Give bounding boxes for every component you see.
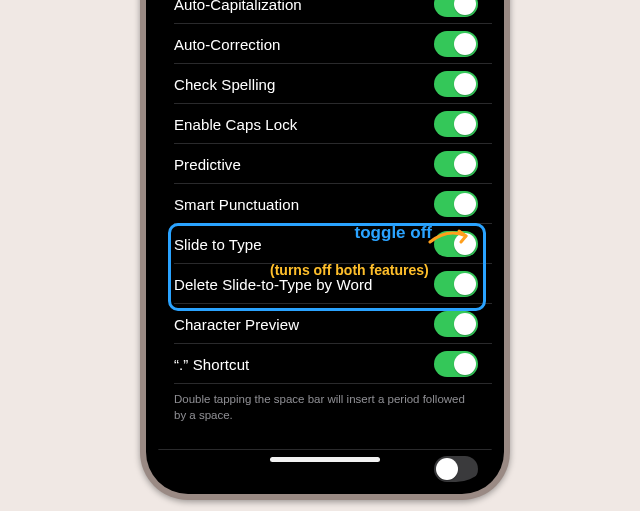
row-check-spelling: Check Spelling <box>158 64 492 104</box>
toggle-delete-slide-to-type-by-word[interactable] <box>434 271 478 297</box>
label-predictive: Predictive <box>174 156 241 173</box>
label-character-preview: Character Preview <box>174 316 299 333</box>
toggle-enable-caps-lock[interactable] <box>434 111 478 137</box>
row-period-shortcut: “.” Shortcut <box>158 344 492 384</box>
annotation-title: toggle off <box>355 223 432 243</box>
label-smart-punctuation: Smart Punctuation <box>174 196 299 213</box>
row-slide-to-type: Slide to Type <box>158 224 492 264</box>
label-enable-caps-lock: Enable Caps Lock <box>174 116 297 133</box>
toggle-predictive[interactable] <box>434 151 478 177</box>
toggle-period-shortcut[interactable] <box>434 351 478 377</box>
toggle-smart-punctuation[interactable] <box>434 191 478 217</box>
row-auto-capitalization: Auto-Capitalization <box>158 0 492 24</box>
toggle-check-spelling[interactable] <box>434 71 478 97</box>
row-enable-caps-lock: Enable Caps Lock <box>158 104 492 144</box>
label-auto-capitalization: Auto-Capitalization <box>174 0 302 13</box>
row-predictive: Predictive <box>158 144 492 184</box>
row-auto-correction: Auto-Correction <box>158 24 492 64</box>
label-slide-to-type: Slide to Type <box>174 236 262 253</box>
label-period-shortcut: “.” Shortcut <box>174 356 249 373</box>
label-delete-slide-to-type-by-word: Delete Slide-to-Type by Word <box>174 276 372 293</box>
keyboard-settings-list: Auto-Capitalization Auto-Correction Chec… <box>158 0 492 482</box>
toggle-partial[interactable] <box>434 456 478 482</box>
toggle-auto-correction[interactable] <box>434 31 478 57</box>
home-indicator[interactable] <box>270 457 380 462</box>
label-check-spelling: Check Spelling <box>174 76 275 93</box>
row-partial <box>158 449 492 482</box>
screen: Auto-Capitalization Auto-Correction Chec… <box>158 0 492 482</box>
label-auto-correction: Auto-Correction <box>174 36 281 53</box>
iphone-frame: Auto-Capitalization Auto-Correction Chec… <box>140 0 510 500</box>
row-character-preview: Character Preview <box>158 304 492 344</box>
toggle-slide-to-type[interactable] <box>434 231 478 257</box>
row-smart-punctuation: Smart Punctuation <box>158 184 492 224</box>
section-footer: Double tapping the space bar will insert… <box>158 384 492 443</box>
toggle-character-preview[interactable] <box>434 311 478 337</box>
annotation-subtitle: (turns off both features) <box>270 262 429 278</box>
toggle-auto-capitalization[interactable] <box>434 0 478 17</box>
stage: Auto-Capitalization Auto-Correction Chec… <box>0 0 640 511</box>
